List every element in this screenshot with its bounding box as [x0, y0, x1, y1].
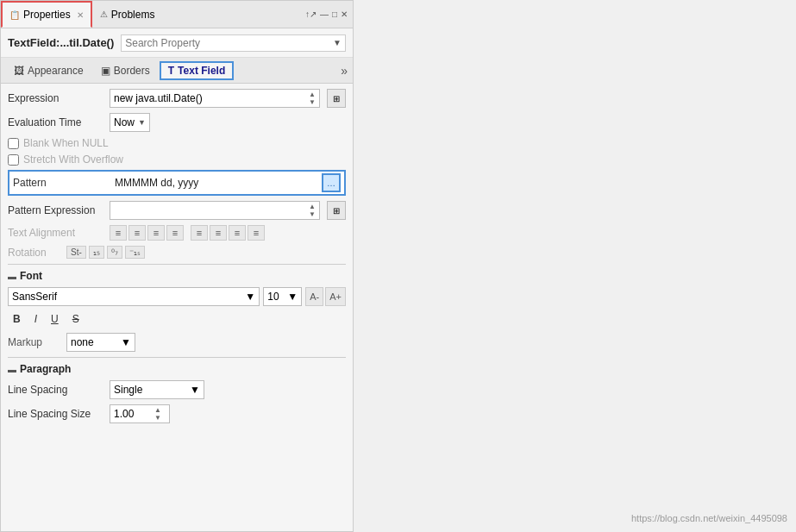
sub-tab-text-field[interactable]: T Text Field: [160, 61, 234, 80]
evaluation-time-row: Evaluation Time Now ▼: [8, 113, 346, 132]
text-field-label: Text Field: [178, 65, 225, 77]
font-decrease-btn[interactable]: A-: [305, 287, 323, 306]
line-spacing-value: Single: [114, 384, 142, 396]
problems-tab-icon: ⚠: [100, 9, 108, 19]
sub-tab-appearance[interactable]: 🖼 Appearance: [6, 62, 91, 79]
pattern-expression-label: Pattern Expression: [8, 204, 103, 216]
rotation-buttons: St- ₁₅ ⁰₇ ⁻₁ₛ: [66, 246, 145, 259]
font-bold-btn[interactable]: B: [8, 310, 26, 328]
pattern-expression-input[interactable]: [114, 204, 307, 216]
align-fill-btn[interactable]: ≡: [248, 225, 265, 241]
rotation-none-btn[interactable]: St-: [66, 246, 86, 259]
align-bottom-btn[interactable]: ≡: [229, 225, 246, 241]
font-style-row: B I U S: [8, 310, 346, 328]
font-section-header[interactable]: ▬ Font: [8, 270, 346, 282]
markup-select[interactable]: none ▼: [66, 333, 135, 352]
pattern-expression-input-container: ▲▼: [110, 201, 320, 220]
font-size-select[interactable]: 10 ▼: [263, 287, 302, 306]
text-alignment-row: Text Alignment ≡ ≡ ≡ ≡ ≡ ≡ ≡ ≡: [8, 225, 346, 241]
evaluation-time-value: Now: [114, 116, 135, 128]
properties-tab-close[interactable]: ✕: [77, 10, 84, 20]
properties-tab-icon: 📋: [9, 10, 20, 20]
evaluation-time-arrow: ▼: [138, 118, 146, 127]
font-italic-btn[interactable]: I: [29, 310, 42, 328]
watermark: https://blog.csdn.net/weixin_4495098: [631, 513, 787, 523]
rotation-neg-btn[interactable]: ⁻₁ₛ: [125, 246, 145, 259]
markup-value: none: [71, 336, 94, 348]
pattern-edit-button[interactable]: …: [322, 173, 341, 192]
properties-panel: 📋 Properties ✕ ⚠ Problems ↑↗ — □ ✕ TextF…: [0, 0, 354, 532]
line-spacing-size-row: Line Spacing Size ▲▼: [8, 404, 346, 423]
expression-row: Expression ▲▼ ⊞: [8, 89, 346, 108]
pattern-expression-row: Pattern Expression ▲▼ ⊞: [8, 201, 346, 220]
line-spacing-spinner[interactable]: ▲▼: [154, 406, 161, 422]
line-spacing-size-label: Line Spacing Size: [8, 408, 103, 420]
expression-spinner[interactable]: ▲▼: [309, 91, 316, 106]
line-spacing-arrow: ▼: [190, 384, 200, 396]
font-underline-btn[interactable]: U: [46, 310, 64, 328]
alignment-buttons: ≡ ≡ ≡ ≡ ≡ ≡ ≡ ≡: [110, 225, 265, 241]
pattern-expression-edit-button[interactable]: ⊞: [327, 201, 346, 220]
blank-when-null-row: Blank When NULL: [8, 137, 346, 149]
markup-row: Markup none ▼: [8, 333, 346, 352]
tab-bar: 📋 Properties ✕ ⚠ Problems ↑↗ — □ ✕: [1, 1, 353, 28]
sub-tabs: 🖼 Appearance ▣ Borders T Text Field »: [1, 58, 353, 84]
stretch-overflow-row: Stretch With Overflow: [8, 153, 346, 166]
align-middle-btn[interactable]: ≡: [210, 225, 227, 241]
font-family-row: SansSerif ▼ 10 ▼ A- A+: [8, 287, 346, 306]
line-spacing-size-input[interactable]: [114, 408, 153, 420]
paragraph-toggle-icon: ▬: [8, 365, 16, 374]
align-left-btn[interactable]: ≡: [110, 225, 127, 241]
tab-problems[interactable]: ⚠ Problems: [92, 1, 163, 28]
minimize-button[interactable]: —: [320, 9, 329, 19]
text-alignment-label: Text Alignment: [8, 227, 103, 239]
align-top-btn[interactable]: ≡: [191, 225, 208, 241]
search-input[interactable]: [125, 37, 329, 49]
expression-edit-button[interactable]: ⊞: [327, 89, 346, 108]
markup-arrow: ▼: [121, 336, 131, 348]
tab-properties[interactable]: 📋 Properties ✕: [1, 1, 92, 28]
line-spacing-label: Line Spacing: [8, 384, 103, 396]
pattern-expression-spinner[interactable]: ▲▼: [309, 203, 316, 218]
expression-input[interactable]: [114, 92, 307, 104]
blank-when-null-checkbox[interactable]: [8, 138, 19, 149]
font-toggle-icon: ▬: [8, 272, 16, 281]
font-family-select[interactable]: SansSerif ▼: [8, 287, 260, 306]
font-section-title: Font: [20, 270, 42, 282]
align-justify-btn[interactable]: ≡: [166, 225, 184, 241]
rotation-row: Rotation St- ₁₅ ⁰₇ ⁻₁ₛ: [8, 246, 346, 259]
paragraph-section-title: Paragraph: [20, 363, 71, 375]
pin-button[interactable]: ↑↗: [305, 9, 317, 19]
maximize-button[interactable]: □: [332, 9, 337, 19]
search-box[interactable]: ▼: [121, 34, 346, 52]
stretch-overflow-checkbox[interactable]: [8, 154, 19, 166]
pattern-label: Pattern: [13, 177, 108, 189]
tab-bar-actions: ↑↗ — □ ✕: [305, 9, 353, 19]
sub-tab-borders[interactable]: ▣ Borders: [93, 62, 158, 79]
more-tabs-button[interactable]: »: [341, 64, 348, 78]
pattern-row: Pattern MMMMM dd, yyyy …: [8, 170, 346, 196]
rotation-90-btn[interactable]: ⁰₇: [107, 246, 122, 259]
align-right-btn[interactable]: ≡: [147, 225, 165, 241]
rotation-label: Rotation: [8, 247, 60, 259]
paragraph-section-header[interactable]: ▬ Paragraph: [8, 363, 346, 375]
markup-label: Markup: [8, 336, 60, 348]
close-button[interactable]: ✕: [341, 9, 348, 19]
search-arrow-icon: ▼: [333, 38, 342, 47]
font-increase-btn[interactable]: A+: [325, 287, 346, 306]
title-row: TextField:...til.Date() ▼: [1, 28, 353, 58]
font-family-arrow: ▼: [245, 291, 255, 303]
content-area: Expression ▲▼ ⊞ Evaluation Time Now ▼ Bl…: [1, 84, 353, 531]
align-center-btn[interactable]: ≡: [128, 225, 146, 241]
alignment-separator: [185, 225, 189, 241]
line-spacing-size-container: ▲▼: [110, 404, 170, 423]
paragraph-divider: [8, 357, 346, 358]
font-strikethrough-btn[interactable]: S: [67, 310, 85, 328]
font-size-adj: A- A+: [305, 287, 346, 306]
blank-when-null-label: Blank When NULL: [23, 137, 109, 149]
rotation-15-btn[interactable]: ₁₅: [89, 246, 104, 259]
line-spacing-select[interactable]: Single ▼: [110, 380, 204, 399]
problems-tab-label: Problems: [111, 9, 155, 21]
font-size-value: 10: [267, 291, 279, 303]
evaluation-time-select[interactable]: Now ▼: [110, 113, 150, 132]
